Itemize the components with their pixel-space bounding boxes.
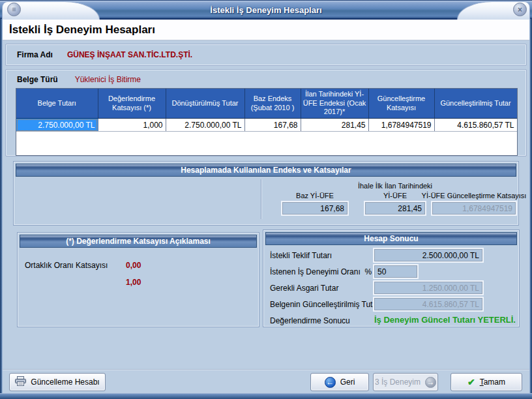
window-right-border xyxy=(529,19,532,399)
experience-grid: Belge Tutarı Değerlendirme Katsayısı (*)… xyxy=(16,88,518,156)
window-menu-button[interactable]: ≡ xyxy=(7,3,21,16)
title-bar[interactable]: İstekli İş Deneyim Hesapları ≡ × xyxy=(0,0,532,20)
ok-label: Tamam xyxy=(480,377,505,387)
coefficient-groupbox-title: (*) Değerlendirme Katsayısı Açıklaması xyxy=(20,235,257,248)
col-donusturulmus-tutar[interactable]: Dönüştürülmüş Tutar xyxy=(166,89,244,119)
window-title: İstekli İş Deneyim Hesapları xyxy=(0,5,532,15)
dialog-window: İstekli İş Deneyim Hesapları ≡ × İstekli… xyxy=(0,0,532,399)
teklif-tutari-label: İstekli Teklif Tutarı xyxy=(270,251,332,260)
indices-groupbox-title: Hesaplamada Kullanılan Endeks ve Katsayı… xyxy=(16,164,516,177)
document-type-label: Belge Türü xyxy=(17,75,58,84)
grid-header-row: Belge Tutarı Değerlendirme Katsayısı (*)… xyxy=(16,89,517,119)
back-arrow-icon: ← xyxy=(325,377,336,388)
cell-ilan-tarihindeki-endeks[interactable]: 281,45 xyxy=(301,119,368,132)
ortaklik-orani-label: Ortaklık Oranı Katsayısı xyxy=(25,261,108,270)
cell-guncellestirilmis-tutar[interactable]: 4.615.860,57 TL xyxy=(434,119,517,132)
col-guncellestirilmis-tutar[interactable]: Güncelleştirilmiş Tutar xyxy=(434,89,517,119)
col-degerlendirme-katsayisi[interactable]: Değerlendirme Katsayısı (*) xyxy=(98,89,166,119)
col-ilan-tarihindeki-endeks[interactable]: İlan Tarihindeki Yİ-ÜFE Endeksi (Ocak 20… xyxy=(301,89,368,119)
grid-data-row: 2.750.000,00 TL 1,000 2.750.000,00 TL 16… xyxy=(16,119,517,132)
result-groupbox: Hesap Sonucu İstekli Teklif Tutarı İsten… xyxy=(263,229,520,327)
degerlendirme-sonucu-label: Değerlendirme Sonucu xyxy=(270,316,350,325)
next-label: 3 İş Deneyim xyxy=(375,377,421,387)
firm-value: GÜNEŞ İNŞAAT SAN.TİC.LTD.ŞTİ. xyxy=(67,50,192,59)
col-belge-tutari[interactable]: Belge Tutarı xyxy=(16,89,98,119)
cell-baz-endeks[interactable]: 167,68 xyxy=(244,119,301,132)
back-label: Geri xyxy=(340,377,355,387)
coefficient-groupbox: (*) Değerlendirme Katsayısı Açıklaması O… xyxy=(17,232,259,327)
ortaklik-orani-value-1: 0,00 xyxy=(126,261,141,270)
firm-label: Firma Adı xyxy=(17,50,53,59)
close-button[interactable]: × xyxy=(513,3,527,16)
degerlendirme-sonucu-value: İş Deneyim Güncel Tutarı YETERLİ. xyxy=(374,315,516,325)
window-bottom-border xyxy=(0,393,532,399)
cell-degerlendirme-katsayisi[interactable]: 1,000 xyxy=(98,119,166,132)
yiufe-katsayi-label: Yİ-ÜFE Güncelleştirme Katsayısı xyxy=(419,179,529,200)
baz-yiufe-label: Baz Yİ-ÜFE xyxy=(269,179,361,200)
teklif-tutari-field[interactable] xyxy=(374,249,482,261)
vertical-divider xyxy=(261,179,261,219)
printer-icon xyxy=(15,376,26,388)
ihale-ilan-yiufe-field[interactable] xyxy=(365,202,425,214)
cell-donusturulmus-tutar[interactable]: 2.750.000,00 TL xyxy=(166,119,244,132)
deneyim-orani-field[interactable] xyxy=(374,265,417,278)
ortaklik-orani-value-2: 1,00 xyxy=(126,278,141,287)
result-groupbox-title: Hesap Sonucu xyxy=(265,232,517,245)
close-icon: × xyxy=(518,6,522,14)
indices-groupbox: Hesaplamada Kullanılan Endeks ve Katsayı… xyxy=(13,161,519,226)
footer-divider xyxy=(3,369,529,370)
asgari-tutar-field xyxy=(374,282,482,294)
document-type-value: Yüklenici İş Bitirme xyxy=(75,75,141,84)
document-panel: Belge Türü Yüklenici İş Bitirme Belge Tu… xyxy=(5,69,527,156)
next-experience-button[interactable]: 3 İş Deneyim → xyxy=(373,373,438,391)
baz-yiufe-field[interactable] xyxy=(282,202,347,214)
firm-panel: Firma Adı GÜNEŞ İNŞAAT SAN.TİC.LTD.ŞTİ. xyxy=(5,44,527,66)
update-calculation-button[interactable]: Güncelleme Hesabı xyxy=(9,373,106,391)
back-button[interactable]: ← Geri xyxy=(310,373,369,391)
page-title: İstekli İş Deneyim Hesapları xyxy=(3,20,529,40)
guncel-tutar-label: Belgenin Güncelleştirilmiş Tutarı xyxy=(270,300,381,309)
deneyim-orani-label: İstenen İş Deneyimi Oranı % xyxy=(270,267,372,276)
cell-belge-tutari[interactable]: 2.750.000,00 TL xyxy=(16,119,98,132)
asgari-tutar-label: Gerekli Asgari Tutar xyxy=(270,284,338,293)
guncel-tutar-field xyxy=(374,298,482,310)
ok-button[interactable]: ✔ Tamam xyxy=(451,373,522,391)
update-calculation-label: Güncelleme Hesabı xyxy=(31,377,99,387)
col-guncellestirme-katsayisi[interactable]: Güncelleştirme Katsayısı xyxy=(368,89,434,119)
yiufe-katsayi-field xyxy=(432,202,516,214)
menu-icon: ≡ xyxy=(12,6,16,13)
next-arrow-icon: → xyxy=(425,377,436,388)
window-left-border xyxy=(0,19,3,399)
col-baz-endeks[interactable]: Baz Endeks (Şubat 2010 ) xyxy=(244,89,301,119)
check-icon: ✔ xyxy=(467,377,475,387)
cell-guncellestirme-katsayisi[interactable]: 1,6784947519 xyxy=(368,119,434,132)
